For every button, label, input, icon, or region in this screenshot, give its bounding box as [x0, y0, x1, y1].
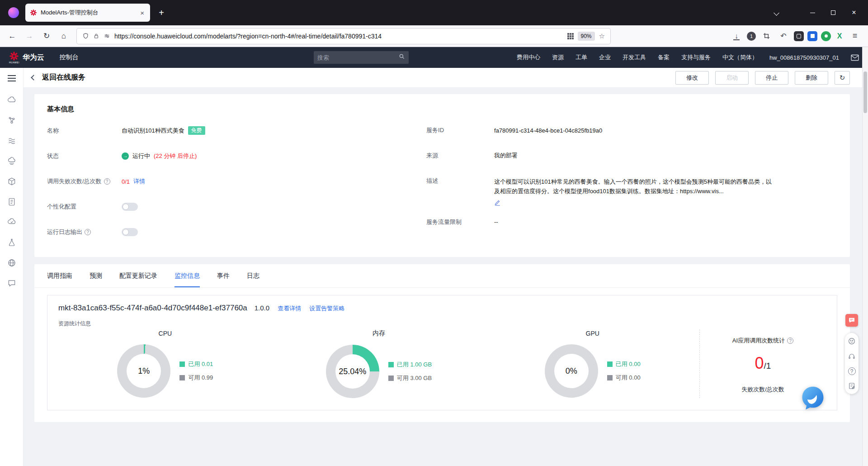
address-bar[interactable]: https://console.huaweicloud.com/modelart… [77, 29, 610, 44]
site-permissions-icon[interactable] [104, 33, 110, 39]
start-button[interactable]: 启动 [715, 71, 749, 85]
resource-charts: CPU 1% 已用 0.01 可用 0.99 [58, 329, 826, 398]
tab-predict[interactable]: 预测 [90, 264, 102, 287]
detail-tabs: 调用指南 预测 配置更新记录 监控信息 事件 日志 [34, 264, 850, 288]
tab-call-guide[interactable]: 调用指南 [47, 264, 72, 287]
cpu-chart-group: CPU 1% 已用 0.01 可用 0.99 [58, 330, 272, 398]
rail-model-icon[interactable] [6, 116, 17, 125]
menu-hamburger-icon[interactable] [8, 78, 16, 79]
fail-count-row: 调用失败次数/总次数 ? 0/1 详情 [47, 177, 426, 185]
view-detail-link[interactable]: 查看详情 [278, 304, 301, 313]
personalized-config-toggle[interactable] [122, 203, 138, 211]
help-icon[interactable]: ? [104, 178, 110, 185]
window-maximize-button[interactable] [823, 4, 844, 22]
nav-enterprise[interactable]: 企业 [599, 53, 611, 62]
page-action-grid-icon[interactable] [567, 33, 574, 39]
edit-description-icon[interactable] [494, 199, 501, 206]
page-scrollbar[interactable] [862, 47, 868, 466]
delete-button[interactable]: 删除 [795, 71, 828, 85]
question-icon[interactable]: ? [848, 367, 856, 375]
help-icon[interactable]: ? [85, 229, 91, 235]
log-output-label: 运行日志输出 [47, 228, 82, 236]
url-text[interactable]: https://console.huaweicloud.com/modelart… [114, 33, 563, 40]
nav-support[interactable]: 支持与服务 [681, 53, 711, 62]
extension-icon-1[interactable] [794, 31, 804, 41]
all-tabs-chevron-icon[interactable] [774, 10, 779, 16]
tab-close-icon[interactable]: × [139, 9, 146, 17]
feedback-chat-button[interactable] [845, 314, 858, 327]
set-alarm-link[interactable]: 设置告警策略 [309, 304, 344, 313]
tab-config-history[interactable]: 配置更新记录 [119, 264, 157, 287]
console-home-link[interactable]: 控制台 [60, 53, 79, 62]
rail-network-icon[interactable] [6, 258, 17, 267]
huawei-cloud-logo[interactable]: HUAWEI 华为云 [9, 51, 44, 64]
fail-detail-link[interactable]: 详情 [133, 177, 145, 185]
nav-account[interactable]: hw_008618750930307_01 [769, 54, 839, 61]
nav-resources[interactable]: 资源 [552, 53, 564, 62]
mail-icon[interactable] [851, 54, 859, 61]
app-menu-icon[interactable]: ≡ [848, 29, 862, 43]
nav-icp[interactable]: 备案 [658, 53, 670, 62]
back-button[interactable]: ← [5, 29, 20, 44]
bird-widget[interactable] [799, 385, 826, 412]
fail-count-value: 0/1 [122, 178, 130, 185]
search-icon[interactable] [399, 53, 405, 62]
screenshot-crop-icon[interactable] [760, 29, 773, 43]
reload-button[interactable]: ↻ [39, 29, 54, 44]
extension-icon-4[interactable]: X [835, 31, 844, 41]
smiley-icon[interactable] [847, 337, 856, 346]
page-title[interactable]: 返回在线服务 [42, 73, 85, 82]
rail-cloud-service-icon[interactable] [6, 218, 17, 227]
survey-icon[interactable] [847, 381, 856, 390]
nav-billing[interactable]: 费用中心 [517, 53, 540, 62]
rail-document-icon[interactable] [6, 197, 17, 206]
memory-chart-title: 内存 [373, 329, 385, 338]
headset-icon[interactable] [847, 352, 856, 361]
help-icon[interactable]: ? [787, 338, 793, 344]
tab-logs[interactable]: 日志 [247, 264, 259, 287]
home-button[interactable]: ⌂ [56, 29, 71, 44]
used-legend-swatch [607, 361, 613, 367]
service-id-row: 服务ID fa780991-c314-48e4-bce1-04c825fb19a… [426, 126, 837, 134]
rail-data-icon[interactable] [6, 157, 17, 166]
downloads-button[interactable]: ↓ [730, 29, 743, 43]
description-row: 描述 这个模型可以识别101种常见的西餐美食。输入一个西餐的照片，这个模型会预测… [426, 177, 837, 207]
forward-button[interactable]: → [22, 29, 37, 44]
bookmark-star-icon[interactable]: ☆ [599, 32, 605, 40]
firefox-view-icon[interactable] [8, 7, 19, 18]
nav-language[interactable]: 中文（简体） [722, 53, 758, 62]
stop-button[interactable]: 停止 [755, 71, 788, 85]
description-label: 描述 [426, 177, 438, 185]
modify-button[interactable]: 修改 [675, 71, 709, 85]
lock-icon[interactable] [93, 33, 99, 39]
undo-icon[interactable]: ↶ [777, 29, 790, 43]
nav-dev-tools[interactable]: 开发工具 [623, 53, 646, 62]
nav-tickets[interactable]: 工单 [576, 53, 587, 62]
tracking-shield-icon[interactable] [82, 33, 89, 39]
tab-events[interactable]: 事件 [217, 264, 230, 287]
extension-icon-2[interactable] [807, 31, 817, 41]
running-status-icon: → [122, 152, 129, 160]
rail-compute-icon[interactable] [6, 95, 17, 105]
personalized-config-label: 个性化配置 [47, 203, 76, 211]
rail-support-chat-icon[interactable] [6, 279, 17, 288]
window-minimize-button[interactable] [802, 4, 823, 22]
scrollbar-thumb[interactable] [863, 71, 867, 113]
extension-icon-3[interactable] [821, 31, 831, 41]
zoom-level-indicator[interactable]: 90% [578, 32, 595, 41]
rail-container-icon[interactable] [6, 177, 17, 186]
refresh-button[interactable]: ↻ [835, 71, 850, 85]
console-search-input[interactable] [317, 54, 399, 61]
window-close-button[interactable]: × [844, 4, 864, 22]
traffic-limit-label: 服务流量限制 [426, 218, 462, 226]
console-search[interactable] [314, 51, 409, 64]
back-chevron-icon[interactable] [31, 75, 37, 81]
new-tab-button[interactable]: + [154, 5, 169, 20]
rail-experiment-icon[interactable] [6, 238, 17, 247]
total-count: /1 [764, 361, 771, 371]
tab-monitor[interactable]: 监控信息 [175, 264, 200, 287]
browser-tab-active[interactable]: ModelArts-管理控制台 × [25, 4, 150, 22]
notification-badge-icon[interactable]: 1 [747, 32, 756, 41]
log-output-toggle[interactable] [122, 228, 138, 236]
rail-modelarts-icon[interactable] [6, 136, 17, 145]
